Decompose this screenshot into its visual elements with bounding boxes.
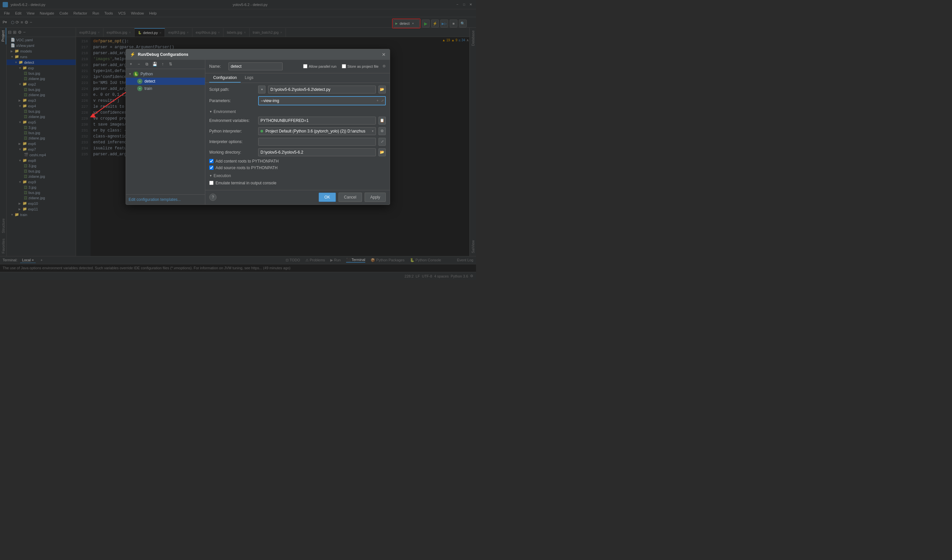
ok-button[interactable]: OK [319,193,335,202]
dialog-icon: ⚡ [130,52,135,57]
dialog-titlebar: ⚡ Run/Debug Configurations ✕ [126,49,390,60]
python-interpreter-label: Python interpreter: [209,129,255,133]
script-path-label: Script path: [209,87,255,92]
python-interpreter-dropdown[interactable]: Project Default (Python 3.6 (pytorch_yol… [258,127,376,135]
config-tree-train[interactable]: ● train [126,85,205,92]
run-debug-dialog: ⚡ Run/Debug Configurations ✕ + − ⧉ 💾 ↑ ⇅ [125,49,390,205]
edit-templates-link[interactable]: Edit configuration templates... [128,197,181,202]
help-button[interactable]: ? [209,194,216,201]
working-dir-label: Working directory: [209,150,255,154]
dialog-title-text: Run/Debug Configurations [138,52,189,57]
execution-section-header[interactable]: ▼ Execution [209,172,386,179]
name-label: Name: [209,64,226,69]
config-arrow-python: ▼ [128,73,133,76]
environment-section-header[interactable]: ▼ Environment [209,108,386,115]
store-project-checkbox[interactable] [342,64,346,68]
interpreter-settings[interactable]: ⚙ [379,127,386,135]
env-vars-label: Environment variables: [209,118,255,123]
add-content-roots-checkbox[interactable] [209,159,213,163]
interpreter-dropdown-arrow: ▾ [372,129,374,133]
dialog-left-toolbar: + − ⧉ 💾 ↑ ⇅ [126,60,205,69]
python-active-indicator [261,130,263,133]
config-tab-logs[interactable]: Logs [241,73,257,83]
env-vars-input[interactable] [258,117,376,125]
dlg-move-up-button[interactable]: ↑ [159,60,166,68]
allow-parallel-label: Allow parallel run [303,64,337,68]
dialog-overlay: ⚡ Run/Debug Configurations ✕ + − ⧉ 💾 ↑ ⇅ [0,0,476,280]
red-arrow-annotation [79,86,132,125]
train-config-icon: ● [137,86,142,91]
dialog-left-panel: + − ⧉ 💾 ↑ ⇅ ▼ 🐍 Python [126,60,205,205]
dialog-name-row: Name: Allow parallel run Store as projec… [205,60,390,73]
emulate-terminal-label: Emulate terminal in output console [215,181,277,185]
dialog-form: Script path: ▾ 📂 Parameters: + ⤢ [205,83,390,190]
dialog-config-tabs: Configuration Logs [205,73,390,83]
working-dir-row: Working directory: 📂 [209,148,386,156]
exec-section-arrow: ▼ [209,174,212,177]
env-vars-browse[interactable]: 📋 [379,117,386,125]
python-interpreter-row: Python interpreter: Project Default (Pyt… [209,127,386,135]
params-expand-icon[interactable]: ⤢ [380,99,385,102]
config-tree: ▼ 🐍 Python ● detect [126,69,205,194]
params-input-wrapper: + ⤢ [258,96,386,105]
add-source-roots-label: Add source roots to PYTHONPATH [215,165,278,170]
parameters-label: Parameters: [209,99,255,103]
emulate-terminal-row: Emulate terminal in output console [209,181,386,185]
dialog-body: + − ⧉ 💾 ↑ ⇅ ▼ 🐍 Python [126,60,390,205]
config-train-label: train [144,86,152,91]
dlg-sort-button[interactable]: ⇅ [167,60,174,68]
add-content-roots-row: Add content roots to PYTHONPATH [209,159,386,164]
allow-parallel-checkbox[interactable] [303,64,308,68]
parameters-row: Parameters: + ⤢ [209,96,386,105]
store-project-label: Store as project file [342,64,379,68]
dialog-right-panel: Name: Allow parallel run Store as projec… [205,60,390,205]
dlg-copy-button[interactable]: ⧉ [143,60,150,68]
config-tree-python[interactable]: ▼ 🐍 Python [126,70,205,78]
env-vars-row: Environment variables: 📋 [209,117,386,125]
svg-marker-1 [90,113,96,117]
config-tab-configuration[interactable]: Configuration [209,73,241,83]
dialog-footer-buttons: OK Cancel Apply [319,193,386,202]
dlg-save-button[interactable]: 💾 [151,60,158,68]
working-dir-browse[interactable]: 📂 [379,148,386,156]
detect-config-icon: ● [137,79,142,84]
store-project-settings-icon[interactable]: ⚙ [382,64,386,68]
python-interpreter-value: Project Default (Python 3.6 (pytorch_yol… [266,129,365,133]
name-input[interactable] [229,62,283,70]
cancel-button[interactable]: Cancel [338,193,362,202]
apply-button[interactable]: Apply [365,193,386,202]
interpreter-options-label: Interpreter options: [209,139,255,144]
config-detect-label: detect [144,79,155,83]
script-path-dropdown-trigger[interactable]: ▾ [258,86,266,94]
dialog-footer: ? OK Cancel Apply [205,190,390,205]
parameters-input[interactable] [259,97,375,105]
interpreter-options-browse[interactable]: ⤢ [379,138,386,146]
dlg-remove-button[interactable]: − [135,60,142,68]
config-python-label: Python [141,72,153,76]
script-path-row: Script path: ▾ 📂 [209,86,386,94]
add-source-roots-row: Add source roots to PYTHONPATH [209,165,386,170]
script-path-input[interactable] [268,86,376,94]
dialog-close-button[interactable]: ✕ [382,52,386,57]
dlg-add-button[interactable]: + [127,60,134,68]
script-path-browse[interactable]: 📂 [379,86,386,94]
emulate-terminal-checkbox[interactable] [209,181,213,185]
add-source-roots-checkbox[interactable] [209,165,213,170]
working-dir-input[interactable] [258,148,376,156]
python-config-icon: 🐍 [133,71,139,77]
params-add-icon[interactable]: + [375,99,380,102]
add-content-roots-label: Add content roots to PYTHONPATH [215,159,279,164]
interpreter-options-input[interactable] [258,138,376,146]
config-tree-detect[interactable]: ● detect [126,78,205,85]
interpreter-options-row: Interpreter options: ⤢ [209,138,386,146]
env-section-arrow: ▼ [209,110,212,113]
